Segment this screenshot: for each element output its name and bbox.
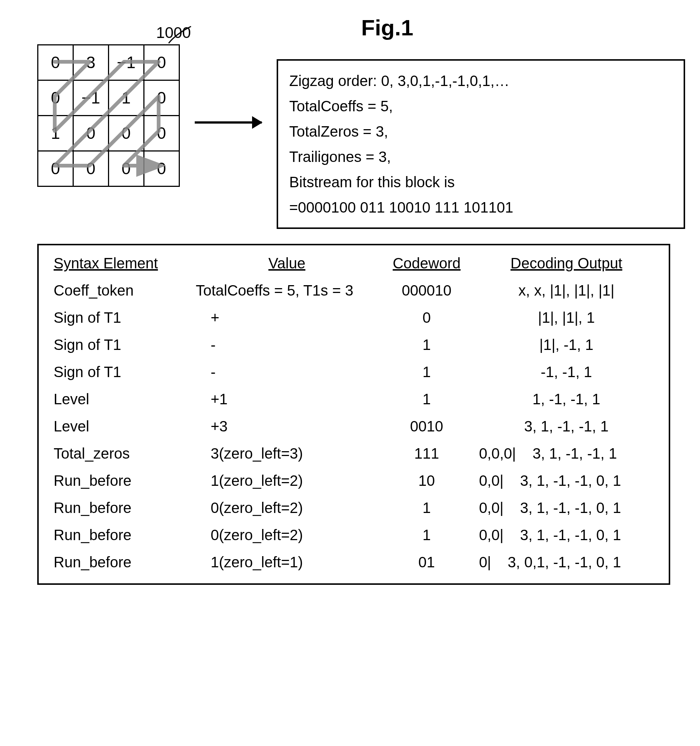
matrix-cell: 0 — [38, 80, 73, 116]
matrix-cell: 0 — [108, 116, 144, 151]
cell-syntax: Run_before — [50, 522, 196, 549]
matrix-cell: 0 — [108, 151, 144, 186]
matrix-cell: 0 — [144, 80, 179, 116]
cell-value: +3 — [196, 413, 378, 440]
cell-syntax: Run_before — [50, 494, 196, 522]
cell-codeword: 0 — [378, 304, 475, 331]
syntax-table-wrap: Syntax Element Value Codeword Decoding O… — [37, 244, 670, 585]
table-row: Run_before1(zero_left=2)100,0| 3, 1, -1,… — [50, 467, 658, 494]
info-line: Zigzag order: 0, 3,0,1,-1,-1,0,1,… — [289, 68, 673, 93]
coefficient-matrix: 0 3 −1 0 0 −1 1 0 1 0 0 0 — [37, 44, 180, 187]
syntax-table: Syntax Element Value Codeword Decoding O… — [50, 253, 658, 576]
cell-value: 0(zero_left=2) — [196, 522, 378, 549]
cell-output: 0| 3, 0,1, -1, -1, 0, 1 — [475, 549, 658, 576]
matrix-cell: −1 — [73, 80, 108, 116]
table-row: Sign of T1-1-1, -1, 1 — [50, 358, 658, 386]
cell-codeword: 1 — [378, 386, 475, 413]
header-decoding-output: Decoding Output — [475, 253, 658, 277]
matrix-cell: 1 — [38, 116, 73, 151]
table-row: Run_before0(zero_left=2)10,0| 3, 1, -1, … — [50, 522, 658, 549]
cell-value: 1(zero_left=2) — [196, 467, 378, 494]
table-row: Sign of T1+0|1|, |1|, 1 — [50, 304, 658, 331]
cell-output: 0,0,0| 3, 1, -1, -1, 1 — [475, 440, 658, 467]
matrix-cell: 1 — [108, 80, 144, 116]
cell-syntax: Run_before — [50, 467, 196, 494]
table-header-row: Syntax Element Value Codeword Decoding O… — [50, 253, 658, 277]
matrix-cell: −1 — [108, 45, 144, 80]
cell-value: TotalCoeffs = 5, T1s = 3 — [196, 277, 378, 304]
cell-codeword: 0010 — [378, 413, 475, 440]
arrow-right-icon — [195, 121, 262, 123]
info-box: Zigzag order: 0, 3,0,1,-1,-1,0,1,… Total… — [277, 59, 685, 229]
cell-syntax: Run_before — [50, 549, 196, 576]
top-section: 1000 0 3 −1 0 0 −1 1 0 1 0 — [37, 44, 685, 229]
cell-output: x, x, |1|, |1|, |1| — [475, 277, 658, 304]
cell-codeword: 111 — [378, 440, 475, 467]
cell-syntax: Sign of T1 — [50, 304, 196, 331]
cell-codeword: 1 — [378, 494, 475, 522]
cell-syntax: Sign of T1 — [50, 331, 196, 358]
cell-syntax: Sign of T1 — [50, 358, 196, 386]
cell-value: - — [196, 331, 378, 358]
matrix-cell: 0 — [73, 151, 108, 186]
cell-value: 1(zero_left=1) — [196, 549, 378, 576]
header-codeword: Codeword — [378, 253, 475, 277]
info-line: Trailigones = 3, — [289, 144, 673, 169]
table-row: Coeff_tokenTotalCoeffs = 5, T1s = 300001… — [50, 277, 658, 304]
cell-value: + — [196, 304, 378, 331]
matrix-cell: 0 — [144, 116, 179, 151]
info-line: Bitstream for this block is — [289, 169, 673, 195]
cell-output: |1|, -1, 1 — [475, 331, 658, 358]
table-row: Run_before0(zero_left=2)10,0| 3, 1, -1, … — [50, 494, 658, 522]
matrix-wrap: 1000 0 3 −1 0 0 −1 1 0 1 0 — [37, 44, 180, 187]
cell-output: 0,0| 3, 1, -1, -1, 0, 1 — [475, 494, 658, 522]
matrix-grid: 0 3 −1 0 0 −1 1 0 1 0 0 0 — [37, 44, 180, 187]
table-row: Run_before1(zero_left=1)010| 3, 0,1, -1,… — [50, 549, 658, 576]
cell-output: 1, -1, -1, 1 — [475, 386, 658, 413]
info-line: =0000100 011 10010 111 101101 — [289, 195, 673, 220]
cell-codeword: 01 — [378, 549, 475, 576]
cell-output: 0,0| 3, 1, -1, -1, 0, 1 — [475, 522, 658, 549]
matrix-row: 1 0 0 0 — [38, 116, 179, 151]
cell-value: +1 — [196, 386, 378, 413]
matrix-cell: 0 — [144, 45, 179, 80]
header-syntax-element: Syntax Element — [50, 253, 196, 277]
cell-value: - — [196, 358, 378, 386]
matrix-cell: 3 — [73, 45, 108, 80]
matrix-row: 0 0 0 0 — [38, 151, 179, 186]
matrix-cell: 0 — [73, 116, 108, 151]
table-row: Level+300103, 1, -1, -1, 1 — [50, 413, 658, 440]
cell-codeword: 000010 — [378, 277, 475, 304]
cell-output: |1|, |1|, 1 — [475, 304, 658, 331]
cell-value: 3(zero_left=3) — [196, 440, 378, 467]
cell-syntax: Level — [50, 413, 196, 440]
cell-codeword: 1 — [378, 522, 475, 549]
info-line: TotalCoeffs = 5, — [289, 93, 673, 119]
cell-codeword: 1 — [378, 331, 475, 358]
cell-codeword: 10 — [378, 467, 475, 494]
cell-output: -1, -1, 1 — [475, 358, 658, 386]
cell-output: 3, 1, -1, -1, 1 — [475, 413, 658, 440]
cell-codeword: 1 — [378, 358, 475, 386]
cell-syntax: Total_zeros — [50, 440, 196, 467]
arrow-wrap — [195, 44, 262, 186]
info-line: TotalZeros = 3, — [289, 119, 673, 144]
table-row: Total_zeros3(zero_left=3)1110,0,0| 3, 1,… — [50, 440, 658, 467]
matrix-cell: 0 — [38, 151, 73, 186]
matrix-row: 0 −1 1 0 — [38, 80, 179, 116]
cell-output: 0,0| 3, 1, -1, -1, 0, 1 — [475, 467, 658, 494]
table-row: Sign of T1-1|1|, -1, 1 — [50, 331, 658, 358]
cell-syntax: Coeff_token — [50, 277, 196, 304]
header-value: Value — [196, 253, 378, 277]
cell-value: 0(zero_left=2) — [196, 494, 378, 522]
matrix-cell: 0 — [144, 151, 179, 186]
cell-syntax: Level — [50, 386, 196, 413]
table-row: Level+111, -1, -1, 1 — [50, 386, 658, 413]
matrix-row: 0 3 −1 0 — [38, 45, 179, 80]
matrix-cell: 0 — [38, 45, 73, 80]
